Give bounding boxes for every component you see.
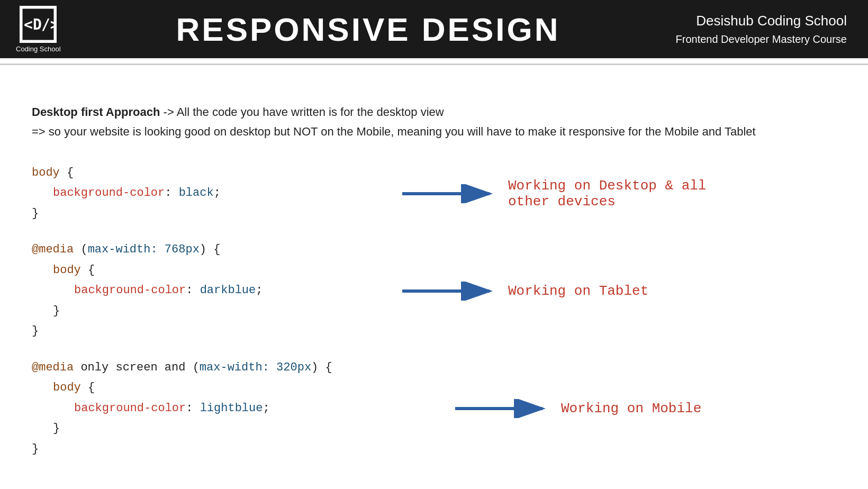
code-section-3: @media only screen and (max-width: 320px…	[32, 358, 836, 460]
code-line: background-color: lightblue;	[32, 399, 445, 419]
school-name: Desishub Coding School	[676, 13, 847, 29]
logo-svg: < D />	[21, 7, 55, 41]
svg-text:/>: />	[41, 16, 55, 33]
code-line: body {	[32, 260, 392, 281]
arrow-2	[392, 282, 508, 301]
header-branding: Desishub Coding School Frontend Develope…	[676, 13, 847, 46]
code-line: }	[32, 439, 445, 460]
code-line: body {	[32, 378, 445, 399]
code-section-2: @media (max-width: 768px) { body { backg…	[32, 240, 836, 342]
code-line: }	[32, 301, 392, 322]
intro-bold: Desktop first Approach	[32, 105, 160, 119]
intro-line1-rest: -> All the code you have written is for …	[160, 105, 444, 119]
result-text-1: Working on Desktop & allother devices	[508, 178, 836, 210]
code-line: background-color: darkblue;	[32, 280, 392, 301]
code-line: }	[32, 204, 392, 224]
logo-icon: < D />	[20, 6, 57, 43]
code-block-2: @media (max-width: 768px) { body { backg…	[32, 240, 392, 342]
logo-area: < D /> Coding School	[16, 6, 61, 53]
code-line: }	[32, 321, 392, 342]
svg-text:<: <	[24, 16, 33, 33]
course-name: Frontend Developer Mastery Course	[676, 33, 847, 46]
main-content: Desktop first Approach -> All the code y…	[0, 81, 868, 489]
arrow-svg-2	[402, 282, 498, 301]
intro-line2: => so your website is looking good on de…	[32, 125, 756, 138]
code-block-1: body { background-color: black; }	[32, 163, 392, 224]
page-header: < D /> Coding School RESPONSIVE DESIGN D…	[0, 0, 868, 58]
arrow-1	[392, 184, 508, 203]
header-divider	[0, 64, 868, 65]
arrow-svg-3	[455, 399, 550, 418]
code-block-3: @media only screen and (max-width: 320px…	[32, 358, 445, 460]
code-line: background-color: black;	[32, 183, 392, 204]
arrow-3	[445, 399, 561, 418]
intro-paragraph: Desktop first Approach -> All the code y…	[32, 102, 836, 142]
arrow-svg-1	[402, 184, 498, 203]
svg-text:D: D	[33, 16, 42, 33]
code-section-1: body { background-color: black; } Workin…	[32, 163, 836, 224]
result-text-3: Working on Mobile	[561, 401, 836, 416]
code-line: @media only screen and (max-width: 320px…	[32, 358, 445, 378]
page-title: RESPONSIVE DESIGN	[61, 11, 676, 48]
result-text-2: Working on Tablet	[508, 283, 836, 299]
code-line: body {	[32, 163, 392, 184]
code-line: @media (max-width: 768px) {	[32, 240, 392, 260]
logo-label: Coding School	[16, 45, 61, 53]
code-line: }	[32, 419, 445, 439]
